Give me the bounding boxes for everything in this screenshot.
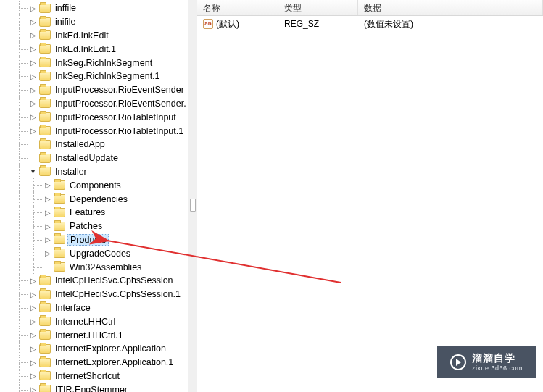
tree-item[interactable]: ▷Interface xyxy=(1,301,188,315)
tree-item[interactable]: ▷IntelCpHeciSvc.CphsSession.1 xyxy=(1,288,188,301)
tree-item[interactable]: ▷InputProcessor.RioTabletInput xyxy=(1,110,188,124)
folder-icon xyxy=(39,303,51,312)
values-pane: 名称 类型 数据 ab (默认) REG_SZ (数值未设置) xyxy=(197,0,543,392)
tree-item-label: Interface xyxy=(54,303,92,313)
column-name[interactable]: 名称 xyxy=(197,0,278,15)
tree-item-label: inffile xyxy=(54,3,78,13)
tree-item[interactable]: ▷Internet.HHCtrl.1 xyxy=(1,328,188,342)
tree-item-label: IntelCpHeciSvc.CphsSession xyxy=(54,275,175,285)
expand-icon[interactable]: ▷ xyxy=(29,317,37,325)
tree-item[interactable]: ▷Patches xyxy=(1,220,188,233)
folder-icon xyxy=(54,194,65,204)
folder-icon xyxy=(54,180,65,190)
tree-pane[interactable]: ▷inffile▷inifile▷InkEd.InkEdit▷InkEd.Ink… xyxy=(0,0,188,392)
tree-item[interactable]: ▷UpgradeCodes xyxy=(1,246,188,260)
tree-item[interactable]: ▷InputProcessor.RioEventSender xyxy=(1,83,188,97)
tree-item-label: Dependencies xyxy=(68,194,129,204)
watermark: 溜溜自学 zixue.3d66.com xyxy=(437,346,536,378)
folder-icon xyxy=(39,358,51,367)
tree-item[interactable]: ▷InternetExplorer.Application.1 xyxy=(1,356,188,370)
tree-item[interactable]: ▾Installer xyxy=(1,165,188,179)
folder-icon xyxy=(39,317,51,326)
expand-icon[interactable]: ▷ xyxy=(43,181,51,189)
column-type[interactable]: 类型 xyxy=(278,0,358,15)
splitter[interactable] xyxy=(188,0,197,392)
expand-icon[interactable]: ▷ xyxy=(43,209,51,217)
splitter-grip[interactable] xyxy=(190,199,196,212)
folder-icon xyxy=(39,290,51,299)
tree-item-label: Products xyxy=(67,234,109,246)
tree-item[interactable]: InstalledUpdate xyxy=(1,151,188,165)
tree-item-label: InkSeg.RichInkSegment.1 xyxy=(54,71,162,81)
expand-icon[interactable]: ▷ xyxy=(29,277,37,285)
folder-icon xyxy=(54,235,65,244)
folder-icon xyxy=(39,58,51,67)
expand-icon[interactable]: ▷ xyxy=(43,195,51,203)
tree-item[interactable]: ▷IntelCpHeciSvc.CphsSession xyxy=(1,274,188,288)
tree-item[interactable]: Win32Assemblies xyxy=(1,260,188,274)
tree-item[interactable]: ▷InternetExplorer.Application xyxy=(1,342,188,356)
folder-icon xyxy=(39,140,51,149)
expand-icon[interactable]: ▷ xyxy=(29,86,37,94)
tree-item[interactable]: ▷InkEd.InkEdit xyxy=(1,29,188,43)
expand-icon[interactable]: ▷ xyxy=(29,45,37,53)
folder-icon xyxy=(39,4,51,13)
expand-icon[interactable]: ▷ xyxy=(29,72,37,80)
tree-item[interactable]: ▷InputProcessor.RioEventSender. xyxy=(1,97,188,111)
tree-item[interactable]: ▷ITIR.EngStemmer xyxy=(1,383,188,392)
tree-item-label: InputProcessor.RioEventSender. xyxy=(54,99,188,109)
tree-item[interactable]: ▷InkSeg.RichInkSegment xyxy=(1,56,188,70)
play-icon xyxy=(450,354,466,370)
folder-icon xyxy=(39,167,51,176)
tree-item-label: InkEd.InkEdit.1 xyxy=(54,44,117,54)
expand-icon[interactable]: ▷ xyxy=(29,385,37,392)
tree-item-label: inifile xyxy=(54,17,78,27)
tree-item[interactable]: ▷Dependencies xyxy=(1,192,188,206)
expand-icon[interactable]: ▷ xyxy=(43,235,51,243)
expand-icon[interactable]: ▷ xyxy=(43,222,51,230)
folder-icon xyxy=(39,86,51,95)
tree-item[interactable]: ▷InkSeg.RichInkSegment.1 xyxy=(1,70,188,83)
expand-icon[interactable]: ▷ xyxy=(29,18,37,26)
tree-item[interactable]: ▷InputProcessor.RioTabletInput.1 xyxy=(1,124,188,138)
expand-icon[interactable]: ▷ xyxy=(29,359,37,367)
tree-item-label: InternetExplorer.Application xyxy=(54,343,167,354)
tree-item[interactable]: ▷InternetShortcut xyxy=(1,370,188,383)
expand-icon[interactable]: ▷ xyxy=(29,304,37,312)
folder-icon xyxy=(39,72,51,81)
expand-icon[interactable]: ▷ xyxy=(29,31,37,39)
expand-icon[interactable]: ▷ xyxy=(29,127,37,135)
tree-item-label: InstalledUpdate xyxy=(54,153,120,163)
tree-item[interactable]: ▷Components xyxy=(1,178,188,192)
tree-item-label: Components xyxy=(68,180,123,191)
folder-icon xyxy=(54,208,65,217)
expand-icon[interactable]: ▷ xyxy=(29,331,37,339)
tree-item[interactable]: ▷Features xyxy=(1,206,188,220)
tree-item[interactable]: ▷inffile xyxy=(1,1,188,15)
tree-item-label: Internet.HHCtrl xyxy=(54,317,117,327)
tree-item-label: UpgradeCodes xyxy=(68,249,132,259)
expand-icon[interactable]: ▷ xyxy=(29,345,37,353)
folder-icon xyxy=(39,30,51,40)
column-data[interactable]: 数据 xyxy=(358,0,543,15)
tree-item[interactable]: ▷Internet.HHCtrl xyxy=(1,314,188,328)
list-header[interactable]: 名称 类型 数据 xyxy=(197,0,543,16)
expand-icon[interactable]: ▷ xyxy=(29,99,37,107)
collapse-icon[interactable]: ▾ xyxy=(29,167,37,175)
tree-item-label: Internet.HHCtrl.1 xyxy=(54,330,125,341)
folder-icon xyxy=(54,222,65,231)
folder-icon xyxy=(39,44,51,54)
tree-item[interactable]: ▷Products xyxy=(1,233,188,247)
expand-icon[interactable]: ▷ xyxy=(43,249,51,257)
list-body: ab (默认) REG_SZ (数值未设置) xyxy=(197,16,543,392)
expand-icon[interactable]: ▷ xyxy=(29,113,37,121)
tree-item[interactable]: ▷InkEd.InkEdit.1 xyxy=(1,42,188,56)
folder-icon xyxy=(39,344,51,354)
expand-icon[interactable]: ▷ xyxy=(29,59,37,67)
expand-icon[interactable]: ▷ xyxy=(29,4,37,12)
table-row[interactable]: ab (默认) REG_SZ (数值未设置) xyxy=(197,17,543,30)
tree-item[interactable]: ▷inifile xyxy=(1,15,188,29)
expand-icon[interactable]: ▷ xyxy=(29,372,37,380)
expand-icon[interactable]: ▷ xyxy=(29,291,37,299)
tree-item[interactable]: InstalledApp xyxy=(1,138,188,151)
